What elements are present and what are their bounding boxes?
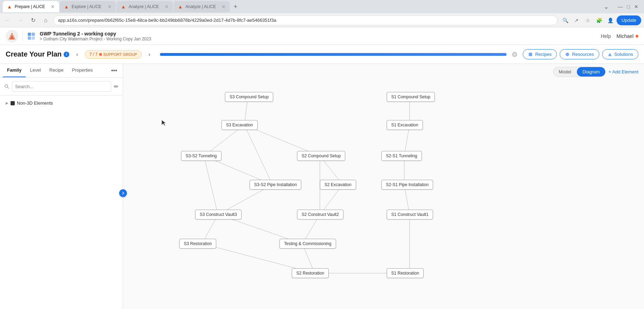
sidebar-search: ✏	[0, 78, 123, 96]
user-info: Michael	[617, 33, 638, 39]
project-title: GWP Tunneling 2 - working copy	[40, 31, 151, 37]
node-s2s1_tunneling[interactable]: S2-S1 Tunneling	[381, 151, 422, 161]
sidebar-tabs: Family Level Recipe Properties •••	[0, 64, 123, 78]
node-s2_vault[interactable]: S2 Construct Vault2	[297, 210, 343, 219]
support-group-badge: 7 / 7 SUPPORT GROUP	[85, 50, 142, 59]
address-bar: ← → ↻ ⌂ app.a16s.com/prepare/0b62f65c-15…	[0, 13, 644, 27]
tab-icon-analyze1: ▲	[121, 4, 126, 9]
project-subtitle: > Gotham City Watermain Project - Workin…	[40, 37, 151, 41]
page-title: Create Your Plan i	[6, 50, 69, 58]
node-s3_vault[interactable]: S3 Construct Vault3	[195, 210, 242, 219]
solutions-button[interactable]: Solutions	[602, 49, 638, 59]
svg-marker-9	[608, 53, 612, 56]
extensions-icon[interactable]: 🧩	[594, 15, 604, 25]
close-button[interactable]: ✕	[634, 4, 638, 9]
tab-explore[interactable]: ▲ Explore | ALICE ✕	[60, 1, 116, 12]
svg-line-11	[8, 87, 9, 89]
node-s2_compound[interactable]: S2 Compound Setup	[297, 151, 345, 161]
tab-prepare[interactable]: ▲ Prepare | ALICE ✕	[3, 1, 59, 12]
search-icon	[4, 84, 9, 89]
model-view-button[interactable]: Model	[553, 67, 577, 77]
node-s3_restoration[interactable]: S3 Restoration	[179, 239, 216, 249]
page-info-icon[interactable]: i	[64, 52, 69, 57]
maximize-button[interactable]: □	[627, 4, 630, 9]
back-button[interactable]: ←	[3, 15, 13, 25]
node-s1_compound[interactable]: S1 Compound Setup	[387, 92, 435, 102]
sidebar: Family Level Recipe Properties ••• ✏ ▶ N…	[0, 64, 123, 309]
solutions-icon	[607, 52, 612, 57]
diagram-area[interactable]: Model Diagram + Add Element S3 Compound …	[123, 64, 644, 309]
svg-point-8	[566, 53, 569, 56]
recipes-icon	[528, 52, 533, 57]
tab-bar: ▲ Prepare | ALICE ✕ ▲ Explore | ALICE ✕ …	[0, 0, 644, 13]
minimize-button[interactable]: —	[618, 4, 623, 9]
home-button[interactable]: ⌂	[41, 15, 51, 25]
new-tab-button[interactable]: +	[231, 2, 240, 12]
progress-bar	[160, 53, 507, 56]
resources-button[interactable]: Resources	[560, 49, 599, 59]
tree-arrow-non3d: ▶	[6, 101, 8, 105]
view-toggle: Model Diagram	[553, 67, 606, 77]
header-right: Help Michael	[601, 33, 638, 39]
share-icon[interactable]: ↗	[572, 15, 581, 25]
tab-overflow-button[interactable]: ⌄	[601, 3, 612, 11]
cursor	[161, 119, 167, 128]
node-s3_excavation[interactable]: S3 Excavation	[221, 120, 258, 130]
node-s3s2_tunneling[interactable]: S3-S2 Tunneling	[181, 151, 221, 161]
node-s1_vault[interactable]: S1 Construct Vault1	[387, 210, 433, 219]
tab-level[interactable]: Level	[26, 64, 45, 77]
search-input[interactable]	[12, 81, 111, 92]
search-icon[interactable]: 🔍	[560, 15, 570, 25]
progress-bar-fill	[160, 53, 507, 56]
svg-rect-7	[529, 53, 532, 56]
tab-icon-prepare: ▲	[7, 4, 12, 9]
bookmark-icon[interactable]: ☆	[583, 15, 593, 25]
tab-label-analyze1: Analyze | ALICE	[129, 4, 159, 9]
tab-properties[interactable]: Properties	[68, 64, 97, 77]
next-arrow[interactable]: ›	[144, 50, 154, 59]
forward-button[interactable]: →	[15, 15, 25, 25]
support-group-label: SUPPORT GROUP	[103, 52, 137, 57]
progress-end	[512, 52, 517, 57]
node-s2_restoration[interactable]: S2 Restoration	[292, 268, 329, 278]
sidebar-collapse-button[interactable]	[119, 189, 127, 197]
svg-rect-3	[28, 33, 31, 36]
tab-label-analyze2: Analyze | ALICE	[186, 4, 216, 9]
tab-analyze2[interactable]: ▲ Analyze | ALICE ✕	[174, 1, 230, 12]
main-layout: Family Level Recipe Properties ••• ✏ ▶ N…	[0, 64, 644, 309]
tab-close-prepare[interactable]: ✕	[51, 4, 55, 9]
node-s3s2_pipe[interactable]: S3-S2 Pipe Installation	[250, 180, 301, 190]
tab-label-explore: Explore | ALICE	[72, 4, 102, 9]
main-toolbar: Create Your Plan i ‹ 7 / 7 SUPPORT GROUP…	[0, 45, 644, 64]
tab-close-analyze2[interactable]: ✕	[221, 4, 226, 9]
tab-close-analyze1[interactable]: ✕	[165, 4, 169, 9]
prev-arrow[interactable]: ‹	[72, 50, 82, 59]
tab-recipe[interactable]: Recipe	[45, 64, 67, 77]
node-testing[interactable]: Testing & Commissioning	[279, 239, 336, 249]
diagram-toolbar: Model Diagram + Add Element	[553, 67, 638, 77]
svg-rect-5	[28, 37, 31, 40]
tree-label-non3d: Non-3D Elements	[17, 100, 53, 106]
reload-button[interactable]: ↻	[28, 15, 38, 25]
tab-analyze1[interactable]: ▲ Analyze | ALICE ✕	[117, 1, 173, 12]
recipes-button[interactable]: Recipes	[523, 49, 557, 59]
resources-icon	[565, 52, 570, 57]
url-bar[interactable]: app.a16s.com/prepare/0b62f65c-15e8-48ca-…	[53, 15, 558, 25]
add-element-button[interactable]: + Add Element	[608, 69, 638, 74]
edit-icon[interactable]: ✏	[114, 83, 118, 90]
tab-close-explore[interactable]: ✕	[108, 4, 112, 9]
profile-icon[interactable]: 👤	[605, 15, 615, 25]
tab-family[interactable]: Family	[3, 64, 26, 77]
node-s2_excavation[interactable]: S2 Excavation	[320, 180, 356, 190]
update-button[interactable]: Update	[617, 15, 641, 25]
sidebar-more-button[interactable]: •••	[108, 64, 120, 77]
tab-icon-analyze2: ▲	[178, 4, 183, 9]
node-s1_excavation[interactable]: S1 Excavation	[387, 120, 423, 130]
node-s2s1_pipe[interactable]: S2-S1 Pipe Installation	[381, 180, 433, 190]
help-button[interactable]: Help	[601, 33, 611, 39]
node-s3_compound[interactable]: S3 Compound Setup	[225, 92, 273, 102]
node-s1_restoration[interactable]: S1 Restoration	[387, 268, 424, 278]
diagram-view-button[interactable]: Diagram	[577, 67, 605, 77]
tree-item-non3d[interactable]: ▶ Non-3D Elements	[3, 98, 120, 108]
browser-chrome: ▲ Prepare | ALICE ✕ ▲ Explore | ALICE ✕ …	[0, 0, 644, 27]
